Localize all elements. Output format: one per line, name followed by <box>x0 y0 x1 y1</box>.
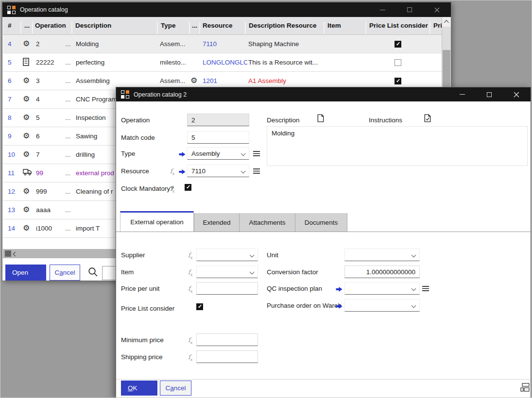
instructions-document-icon[interactable] <box>424 114 431 124</box>
row-ellipsis[interactable]: ... <box>65 169 70 177</box>
row-number[interactable]: 5 <box>8 59 12 66</box>
col-price-list-consider[interactable]: Price List consider <box>369 22 428 29</box>
item-label: Item <box>121 268 134 276</box>
table-row[interactable]: 5 ⚙ 22222 ... perfecting milesto... ⚙ LO… <box>3 53 442 72</box>
unit-dropdown[interactable] <box>344 249 420 261</box>
price-per-unit-fx-icon[interactable]: fx <box>188 285 196 294</box>
form-layout-icon[interactable] <box>520 383 530 394</box>
row-ellipsis[interactable]: ... <box>65 77 70 84</box>
row-number[interactable]: 4 <box>8 40 12 48</box>
price-list-checkbox[interactable] <box>395 41 401 48</box>
type-dropdown[interactable]: Assembly <box>187 147 249 160</box>
shipping-price-fx-icon[interactable]: fx <box>188 353 196 362</box>
row-number[interactable]: 7 <box>8 96 12 103</box>
ok-button[interactable]: OK <box>121 381 157 396</box>
scroll-left-icon[interactable] <box>13 252 18 257</box>
col-res-dots[interactable]: ... <box>192 22 197 29</box>
col-description-resource[interactable]: Description Resource <box>249 22 317 29</box>
row-number[interactable]: 9 <box>8 133 12 140</box>
row-ellipsis[interactable]: ... <box>65 96 70 103</box>
dialog-titlebar[interactable]: Operation catalog 2 <box>116 87 531 101</box>
resource-link[interactable]: 1201 <box>203 77 247 84</box>
price-list-checkbox[interactable] <box>395 78 401 84</box>
qc-goto-arrow-icon[interactable] <box>336 285 343 291</box>
row-number[interactable]: 6 <box>8 77 12 84</box>
supplier-dropdown[interactable] <box>196 249 258 261</box>
conversion-factor-input[interactable]: 1.000000000000 <box>344 265 420 278</box>
col-description[interactable]: Description <box>75 22 111 29</box>
type-goto-arrow-icon[interactable] <box>179 150 186 156</box>
search-icon[interactable] <box>88 267 98 279</box>
match-code-input[interactable]: 5 <box>187 131 249 144</box>
row-ellipsis[interactable]: ... <box>65 206 70 214</box>
item-dropdown[interactable] <box>196 265 258 278</box>
row-ellipsis[interactable]: ... <box>65 133 70 140</box>
supplier-fx-icon[interactable]: fx <box>188 251 196 260</box>
operation-cell: 22222 <box>36 59 63 66</box>
close-icon[interactable] <box>430 5 443 15</box>
price-list-consider-checkbox[interactable] <box>196 303 203 310</box>
row-number[interactable]: 10 <box>8 151 15 158</box>
minimum-price-input[interactable] <box>196 333 258 346</box>
tab-documents[interactable]: Documents <box>295 213 347 232</box>
row-number[interactable]: 12 <box>8 188 15 195</box>
maximize-icon[interactable] <box>403 5 416 15</box>
close-icon[interactable] <box>510 90 523 100</box>
purchase-order-dropdown[interactable] <box>344 299 420 312</box>
col-operation[interactable]: Operation <box>35 22 66 29</box>
tab-attachments[interactable]: Attachments <box>239 213 295 232</box>
row-ellipsis[interactable]: ... <box>65 225 70 232</box>
shipping-price-input[interactable] <box>196 350 258 363</box>
qc-inspection-plan-dropdown[interactable] <box>344 282 420 295</box>
col-icon-dots[interactable]: ... <box>24 22 30 29</box>
footer-separator <box>116 379 531 380</box>
item-fx-icon[interactable]: fx <box>188 268 196 277</box>
description-cell: Molding <box>76 40 157 48</box>
qc-list-icon[interactable] <box>422 285 429 291</box>
col-item[interactable]: Item <box>327 22 341 29</box>
scroll-up-icon[interactable] <box>442 17 451 27</box>
tab-external-operation[interactable]: External operation <box>120 211 194 232</box>
resource-dropdown[interactable]: 7110 <box>187 165 249 177</box>
catalog-cancel-button[interactable]: Cancel <box>50 265 80 281</box>
minimum-price-fx-icon[interactable]: fx <box>188 336 196 345</box>
price-list-checkbox[interactable] <box>395 59 401 66</box>
row-ellipsis[interactable]: ... <box>65 59 70 66</box>
row-number[interactable]: 13 <box>8 206 15 214</box>
price-per-unit-input[interactable] <box>196 282 258 295</box>
minimize-icon[interactable] <box>456 90 468 100</box>
gear-icon: ⚙ <box>23 205 30 214</box>
resource-link[interactable]: 7110 <box>203 40 247 48</box>
resource-link[interactable]: LONGLONGLONG <box>203 59 247 66</box>
gear-icon: ⚙ <box>23 187 30 196</box>
row-ellipsis[interactable]: ... <box>65 151 70 158</box>
col-resource[interactable]: Resource <box>203 22 233 29</box>
clock-fx-icon[interactable]: fx <box>170 185 178 194</box>
row-number[interactable]: 8 <box>8 114 12 121</box>
open-button[interactable]: Open <box>5 265 46 281</box>
description-textarea[interactable]: Molding <box>267 126 528 166</box>
description-document-icon[interactable] <box>317 114 324 124</box>
resource-goto-arrow-icon[interactable] <box>179 168 186 174</box>
row-number[interactable]: 11 <box>8 169 15 177</box>
dialog-cancel-button[interactable]: Cancel <box>160 381 191 396</box>
row-ellipsis[interactable]: ... <box>65 40 70 48</box>
col-num[interactable]: # <box>8 22 12 29</box>
minimize-icon[interactable] <box>376 5 389 15</box>
type-list-icon[interactable] <box>253 150 260 156</box>
operation-input[interactable]: 2 <box>187 114 249 126</box>
operation-cell: 2 <box>36 40 63 48</box>
resource-list-icon[interactable] <box>253 167 260 174</box>
row-ellipsis[interactable]: ... <box>65 188 70 195</box>
row-ellipsis[interactable]: ... <box>65 114 70 121</box>
resource-fx-icon[interactable]: fx <box>170 167 178 176</box>
clock-mandatory-checkbox[interactable] <box>185 184 191 191</box>
catalog-titlebar[interactable]: Operation catalog <box>2 2 451 17</box>
row-number[interactable]: 14 <box>8 225 15 232</box>
tab-extended[interactable]: Extended <box>194 213 239 232</box>
purchase-order-goto-arrow-icon[interactable] <box>336 302 343 308</box>
horizontal-scroll-thumb[interactable] <box>5 250 11 257</box>
maximize-icon[interactable] <box>483 90 496 100</box>
table-row[interactable]: 4 ⚙ 2 ... Molding Assem... ⚙ 7110 Shapin… <box>3 35 442 53</box>
col-type[interactable]: Type <box>161 22 176 29</box>
